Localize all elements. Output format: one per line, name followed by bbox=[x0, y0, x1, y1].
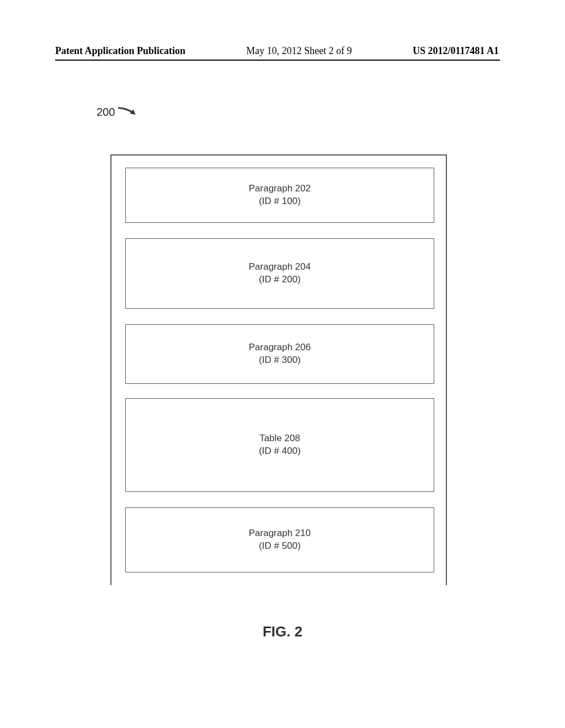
block-title: Table 208 bbox=[259, 432, 300, 445]
header-divider bbox=[55, 60, 500, 61]
block-id: (ID # 400) bbox=[259, 445, 301, 458]
paragraph-block-202: Paragraph 202 (ID # 100) bbox=[125, 168, 434, 223]
block-title: Paragraph 210 bbox=[249, 527, 311, 540]
block-id: (ID # 100) bbox=[259, 195, 301, 208]
figure-reference-label: 200 bbox=[97, 105, 140, 119]
block-id: (ID # 300) bbox=[259, 354, 301, 367]
paragraph-block-210: Paragraph 210 (ID # 500) bbox=[125, 507, 434, 572]
paragraph-block-204: Paragraph 204 (ID # 200) bbox=[125, 238, 434, 309]
block-title: Paragraph 202 bbox=[249, 183, 311, 195]
header-date-sheet: May 10, 2012 Sheet 2 of 9 bbox=[246, 45, 351, 57]
block-title: Paragraph 206 bbox=[249, 341, 311, 354]
paragraph-block-206: Paragraph 206 (ID # 300) bbox=[125, 324, 434, 384]
block-id: (ID # 500) bbox=[259, 540, 301, 553]
diagram-container: Paragraph 202 (ID # 100) Paragraph 204 (… bbox=[110, 154, 447, 585]
block-title: Paragraph 204 bbox=[249, 261, 311, 274]
page-header: Patent Application Publication May 10, 2… bbox=[0, 45, 565, 57]
reference-arrow-icon bbox=[116, 104, 141, 120]
header-publication-text: Patent Application Publication bbox=[55, 45, 185, 57]
figure-caption: FIG. 2 bbox=[0, 623, 565, 640]
header-publication-number: US 2012/0117481 A1 bbox=[413, 45, 499, 57]
table-block-208: Table 208 (ID # 400) bbox=[125, 398, 434, 492]
reference-number: 200 bbox=[97, 106, 115, 119]
block-id: (ID # 200) bbox=[259, 274, 301, 286]
